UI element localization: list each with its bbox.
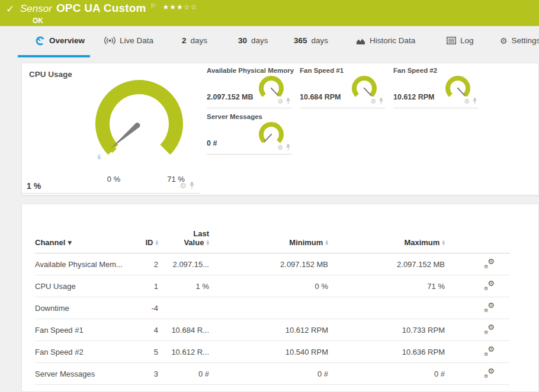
tab-overview[interactable]: Overview bbox=[18, 26, 90, 57]
cell-maximum bbox=[328, 297, 445, 319]
table-row: Fan Speed #2 5 10.612 R... 10.540 RPM 10… bbox=[35, 341, 510, 363]
tab-settings[interactable]: ⚙ Settings bbox=[498, 26, 539, 57]
memory-panel-title: Available Physical Memory bbox=[207, 67, 294, 74]
tab-live-data[interactable]: Live Data bbox=[102, 26, 156, 57]
channel-settings-gears-icon[interactable]: ⚙⚙ bbox=[484, 303, 495, 311]
cell-channel: Downtime bbox=[35, 297, 142, 319]
tab-historic-data-label: Historic Data bbox=[370, 36, 415, 45]
pin-icon[interactable] bbox=[378, 98, 384, 105]
flag-icon[interactable]: ⚐ bbox=[150, 2, 156, 10]
cell-channel: CPU Usage bbox=[35, 275, 142, 297]
fan2-panel-title: Fan Speed #2 bbox=[393, 67, 437, 74]
gauge-needle bbox=[271, 88, 278, 96]
cell-last-value: 10.684 R... bbox=[158, 319, 209, 341]
panel-fan-speed-2: Fan Speed #2 10.612 RPM ⚙ bbox=[393, 67, 479, 108]
fan2-panel-tools: ⚙ bbox=[464, 98, 477, 105]
gauge-icon bbox=[36, 36, 45, 46]
pin-icon[interactable] bbox=[285, 144, 291, 151]
priority-stars[interactable]: ★★★☆☆ bbox=[163, 3, 198, 11]
tab-2-days[interactable]: 2 days bbox=[179, 26, 210, 57]
tab-365-days[interactable]: 365 days bbox=[291, 26, 331, 57]
tab-overview-label: Overview bbox=[49, 36, 85, 45]
cell-minimum: 2.097.152 MB bbox=[209, 253, 328, 275]
gauge-needle bbox=[364, 88, 371, 96]
cell-minimum: 10.612 RPM bbox=[209, 319, 328, 341]
sort-icon: ▲▼ bbox=[206, 239, 209, 245]
column-header-channel[interactable]: Channel ▼ bbox=[35, 227, 142, 253]
fan1-panel-title: Fan Speed #1 bbox=[300, 67, 344, 74]
cell-channel: Server Messages bbox=[35, 363, 142, 385]
gear-icon: ⚙ bbox=[500, 37, 508, 45]
tab-log-label: Log bbox=[460, 36, 474, 45]
column-header-settings bbox=[445, 227, 510, 253]
gauges-card: CPU Usage x̄ 0 % 71 % 1 % ⚙ Available Ph… bbox=[21, 63, 539, 195]
sort-icon: ▲▼ bbox=[442, 239, 445, 245]
tab-settings-label: Settings bbox=[512, 36, 539, 45]
cell-maximum: 10.636 RPM bbox=[328, 341, 445, 363]
fan2-current-value: 10.612 RPM bbox=[393, 93, 434, 101]
pin-icon[interactable] bbox=[472, 98, 477, 105]
column-header-id[interactable]: ID ▲▼ bbox=[142, 227, 158, 253]
table-row: Downtime -4 ⚙⚙ bbox=[35, 297, 510, 319]
pin-icon[interactable] bbox=[189, 182, 195, 189]
stars-filled[interactable]: ★★★ bbox=[163, 3, 184, 11]
panel-available-physical-memory: Available Physical Memory 2.097.152 MB ⚙ bbox=[207, 67, 292, 108]
cell-id: 5 bbox=[142, 341, 158, 363]
stars-empty[interactable]: ☆☆ bbox=[184, 3, 198, 11]
panel-gear-icon[interactable]: ⚙ bbox=[179, 182, 187, 189]
column-header-maximum[interactable]: Maximum ▲▼ bbox=[328, 227, 445, 253]
panel-gear-icon[interactable]: ⚙ bbox=[370, 98, 376, 105]
sort-desc-icon: ▼ bbox=[68, 240, 72, 246]
last-value-header-line1: Last bbox=[184, 229, 209, 238]
tab-30-days-label: days bbox=[251, 36, 268, 45]
sort-icon: ▲▼ bbox=[325, 239, 328, 245]
cell-id: -4 bbox=[142, 297, 158, 319]
panel-server-messages: Server Messages 0 # ⚙ bbox=[207, 113, 292, 155]
tab-365-days-label: days bbox=[312, 36, 329, 45]
maximum-header-label: Maximum bbox=[404, 238, 439, 247]
pin-icon[interactable] bbox=[285, 98, 291, 105]
sort-icon: ▲▼ bbox=[155, 239, 158, 245]
cell-channel: Fan Speed #2 bbox=[35, 341, 142, 363]
channel-settings-gears-icon[interactable]: ⚙⚙ bbox=[484, 368, 495, 377]
tab-2-days-number: 2 bbox=[182, 36, 187, 45]
sensor-type-label: Sensor bbox=[20, 3, 52, 15]
column-header-last-value[interactable]: Last Value ▲▼ bbox=[158, 227, 209, 253]
minimum-header-label: Minimum bbox=[289, 238, 323, 247]
memory-current-value: 2.097.152 MB bbox=[207, 93, 254, 101]
table-row: CPU Usage 1 1 % 0 % 71 % ⚙⚙ bbox=[35, 275, 510, 297]
table-row: Available Physical Mem... 2 2.097.15... … bbox=[35, 253, 510, 275]
table-row: Server Messages 3 0 # 0 # 0 # ⚙⚙ bbox=[35, 363, 510, 385]
panel-gear-icon[interactable]: ⚙ bbox=[277, 144, 283, 151]
channel-settings-gears-icon[interactable]: ⚙⚙ bbox=[484, 259, 495, 268]
channel-settings-gears-icon[interactable]: ⚙⚙ bbox=[484, 346, 495, 355]
cell-last-value bbox=[158, 297, 209, 319]
gauge-needle bbox=[109, 121, 142, 150]
cell-channel: Fan Speed #1 bbox=[35, 319, 142, 341]
status-badge: OK bbox=[33, 17, 197, 25]
cell-id: 4 bbox=[142, 319, 158, 341]
tab-30-days[interactable]: 30 days bbox=[236, 26, 271, 57]
tab-bar: Overview Live Data 2 days 30 days 365 da… bbox=[0, 26, 539, 57]
memory-panel-tools: ⚙ bbox=[277, 98, 291, 105]
sensor-title-block: Sensor OPC UA Custom ⚐ ★★★☆☆ OK bbox=[20, 2, 197, 25]
channels-card: Channel ▼ ID ▲▼ Last Value ▲▼ bbox=[21, 204, 539, 392]
channel-header-label: Channel bbox=[35, 238, 65, 247]
area-chart-icon bbox=[356, 37, 365, 45]
tab-log[interactable]: Log bbox=[444, 26, 476, 57]
gauge-needle bbox=[457, 88, 465, 96]
channel-settings-gears-icon[interactable]: ⚙⚙ bbox=[484, 324, 495, 333]
column-header-minimum[interactable]: Minimum ▲▼ bbox=[209, 227, 328, 253]
id-header-label: ID bbox=[145, 238, 153, 247]
cell-last-value: 1 % bbox=[158, 275, 209, 297]
panel-gear-icon[interactable]: ⚙ bbox=[464, 98, 470, 105]
sensor-header: ✓ Sensor OPC UA Custom ⚐ ★★★☆☆ OK bbox=[0, 0, 539, 26]
cell-channel: Available Physical Mem... bbox=[35, 253, 142, 275]
server-panel-tools: ⚙ bbox=[277, 144, 291, 151]
cell-maximum: 10.733 RPM bbox=[328, 319, 445, 341]
channels-table: Channel ▼ ID ▲▼ Last Value ▲▼ bbox=[35, 227, 510, 385]
gauge-needle bbox=[264, 134, 272, 142]
panel-gear-icon[interactable]: ⚙ bbox=[277, 98, 283, 105]
channel-settings-gears-icon[interactable]: ⚙⚙ bbox=[484, 281, 495, 290]
tab-historic-data[interactable]: Historic Data bbox=[354, 26, 418, 57]
